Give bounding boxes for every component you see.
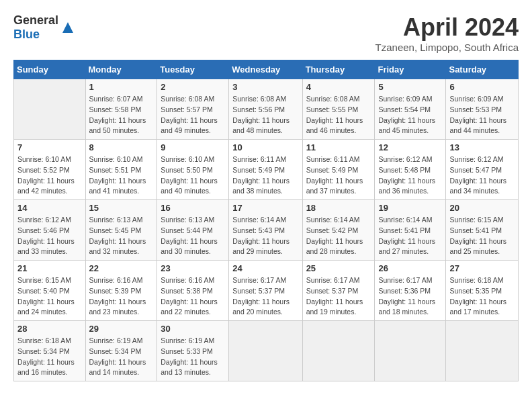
day-info: Sunrise: 6:09 AMSunset: 5:53 PMDaylight:… bbox=[449, 94, 515, 136]
calendar-cell: 1Sunrise: 6:07 AMSunset: 5:58 PMDaylight… bbox=[85, 79, 157, 140]
day-number: 3 bbox=[232, 82, 298, 92]
weekday-header: Wednesday bbox=[229, 60, 302, 79]
calendar-cell: 19Sunrise: 6:14 AMSunset: 5:41 PMDayligh… bbox=[375, 200, 446, 261]
day-number: 9 bbox=[161, 142, 225, 152]
weekday-header: Tuesday bbox=[157, 60, 229, 79]
day-info: Sunrise: 6:11 AMSunset: 5:49 PMDaylight:… bbox=[306, 154, 371, 197]
logo-general: General bbox=[13, 13, 58, 27]
calendar-cell: 3Sunrise: 6:08 AMSunset: 5:56 PMDaylight… bbox=[229, 79, 302, 140]
day-number: 18 bbox=[306, 203, 371, 213]
day-number: 13 bbox=[449, 142, 515, 152]
calendar-cell: 22Sunrise: 6:16 AMSunset: 5:39 PMDayligh… bbox=[85, 261, 157, 321]
day-number: 12 bbox=[378, 142, 442, 152]
page-header: General Blue April 2024 Tzaneen, Limpopo… bbox=[13, 13, 519, 53]
weekday-header: Thursday bbox=[302, 60, 375, 79]
svg-marker-0 bbox=[62, 22, 73, 33]
calendar-cell: 7Sunrise: 6:10 AMSunset: 5:52 PMDaylight… bbox=[14, 140, 86, 200]
calendar-cell bbox=[229, 321, 302, 381]
day-info: Sunrise: 6:17 AMSunset: 5:37 PMDaylight:… bbox=[306, 275, 371, 318]
calendar-cell bbox=[302, 321, 375, 381]
day-number: 21 bbox=[17, 263, 82, 273]
day-number: 29 bbox=[89, 324, 154, 334]
day-info: Sunrise: 6:17 AMSunset: 5:36 PMDaylight:… bbox=[378, 275, 442, 318]
day-info: Sunrise: 6:16 AMSunset: 5:39 PMDaylight:… bbox=[89, 275, 154, 318]
calendar-body: 1Sunrise: 6:07 AMSunset: 5:58 PMDaylight… bbox=[14, 79, 519, 381]
calendar-cell: 20Sunrise: 6:15 AMSunset: 5:41 PMDayligh… bbox=[446, 200, 519, 261]
calendar-week-row: 1Sunrise: 6:07 AMSunset: 5:58 PMDaylight… bbox=[14, 79, 519, 140]
day-number: 27 bbox=[449, 263, 515, 273]
day-number: 15 bbox=[89, 203, 154, 213]
calendar-week-row: 28Sunrise: 6:18 AMSunset: 5:34 PMDayligh… bbox=[14, 321, 519, 381]
calendar-cell: 4Sunrise: 6:08 AMSunset: 5:55 PMDaylight… bbox=[302, 79, 375, 140]
day-number: 26 bbox=[378, 263, 442, 273]
day-number: 4 bbox=[306, 82, 371, 92]
calendar-cell: 9Sunrise: 6:10 AMSunset: 5:50 PMDaylight… bbox=[157, 140, 229, 200]
day-info: Sunrise: 6:12 AMSunset: 5:47 PMDaylight:… bbox=[449, 154, 515, 197]
calendar-cell: 8Sunrise: 6:10 AMSunset: 5:51 PMDaylight… bbox=[85, 140, 157, 200]
calendar-cell: 24Sunrise: 6:17 AMSunset: 5:37 PMDayligh… bbox=[229, 261, 302, 321]
calendar-week-row: 21Sunrise: 6:15 AMSunset: 5:40 PMDayligh… bbox=[14, 261, 519, 321]
day-info: Sunrise: 6:11 AMSunset: 5:49 PMDaylight:… bbox=[232, 154, 298, 197]
calendar-cell: 6Sunrise: 6:09 AMSunset: 5:53 PMDaylight… bbox=[446, 79, 519, 140]
day-info: Sunrise: 6:13 AMSunset: 5:45 PMDaylight:… bbox=[89, 215, 154, 257]
calendar-cell: 12Sunrise: 6:12 AMSunset: 5:48 PMDayligh… bbox=[375, 140, 446, 200]
day-number: 2 bbox=[161, 82, 225, 92]
day-number: 28 bbox=[17, 324, 82, 334]
weekday-header: Sunday bbox=[14, 60, 86, 79]
day-number: 10 bbox=[232, 142, 298, 152]
day-number: 7 bbox=[17, 142, 82, 152]
calendar-cell: 26Sunrise: 6:17 AMSunset: 5:36 PMDayligh… bbox=[375, 261, 446, 321]
day-info: Sunrise: 6:15 AMSunset: 5:41 PMDaylight:… bbox=[449, 215, 515, 257]
day-number: 5 bbox=[378, 82, 442, 92]
calendar-cell: 21Sunrise: 6:15 AMSunset: 5:40 PMDayligh… bbox=[14, 261, 86, 321]
day-info: Sunrise: 6:12 AMSunset: 5:46 PMDaylight:… bbox=[17, 215, 82, 257]
day-info: Sunrise: 6:08 AMSunset: 5:57 PMDaylight:… bbox=[161, 94, 225, 136]
day-info: Sunrise: 6:14 AMSunset: 5:41 PMDaylight:… bbox=[378, 215, 442, 257]
calendar-cell bbox=[375, 321, 446, 381]
logo-text: General Blue bbox=[13, 13, 58, 42]
calendar-cell: 28Sunrise: 6:18 AMSunset: 5:34 PMDayligh… bbox=[14, 321, 86, 381]
day-info: Sunrise: 6:13 AMSunset: 5:44 PMDaylight:… bbox=[161, 215, 225, 257]
day-info: Sunrise: 6:07 AMSunset: 5:58 PMDaylight:… bbox=[89, 94, 154, 136]
title-block: April 2024 Tzaneen, Limpopo, South Afric… bbox=[375, 13, 519, 53]
day-info: Sunrise: 6:08 AMSunset: 5:56 PMDaylight:… bbox=[232, 94, 298, 136]
day-number: 30 bbox=[161, 324, 225, 334]
calendar-cell: 13Sunrise: 6:12 AMSunset: 5:47 PMDayligh… bbox=[446, 140, 519, 200]
weekday-header: Saturday bbox=[446, 60, 519, 79]
calendar-cell: 10Sunrise: 6:11 AMSunset: 5:49 PMDayligh… bbox=[229, 140, 302, 200]
day-number: 6 bbox=[449, 82, 515, 92]
calendar-cell: 17Sunrise: 6:14 AMSunset: 5:43 PMDayligh… bbox=[229, 200, 302, 261]
calendar-table: SundayMondayTuesdayWednesdayThursdayFrid… bbox=[13, 60, 519, 381]
calendar-cell: 30Sunrise: 6:19 AMSunset: 5:33 PMDayligh… bbox=[157, 321, 229, 381]
day-number: 14 bbox=[17, 203, 82, 213]
logo-blue: Blue bbox=[13, 28, 40, 41]
calendar-week-row: 14Sunrise: 6:12 AMSunset: 5:46 PMDayligh… bbox=[14, 200, 519, 261]
day-info: Sunrise: 6:10 AMSunset: 5:52 PMDaylight:… bbox=[17, 154, 82, 197]
day-number: 23 bbox=[161, 263, 225, 273]
day-info: Sunrise: 6:14 AMSunset: 5:42 PMDaylight:… bbox=[306, 215, 371, 257]
day-number: 16 bbox=[161, 203, 225, 213]
day-number: 24 bbox=[232, 263, 298, 273]
calendar-cell bbox=[446, 321, 519, 381]
day-info: Sunrise: 6:19 AMSunset: 5:34 PMDaylight:… bbox=[89, 336, 154, 378]
day-info: Sunrise: 6:12 AMSunset: 5:48 PMDaylight:… bbox=[378, 154, 442, 197]
day-number: 1 bbox=[89, 82, 154, 92]
day-number: 25 bbox=[306, 263, 371, 273]
weekday-row: SundayMondayTuesdayWednesdayThursdayFrid… bbox=[14, 60, 519, 79]
calendar-header: SundayMondayTuesdayWednesdayThursdayFrid… bbox=[14, 60, 519, 79]
day-number: 19 bbox=[378, 203, 442, 213]
calendar-cell: 16Sunrise: 6:13 AMSunset: 5:44 PMDayligh… bbox=[157, 200, 229, 261]
calendar-cell: 23Sunrise: 6:16 AMSunset: 5:38 PMDayligh… bbox=[157, 261, 229, 321]
day-info: Sunrise: 6:16 AMSunset: 5:38 PMDaylight:… bbox=[161, 275, 225, 318]
calendar-cell: 29Sunrise: 6:19 AMSunset: 5:34 PMDayligh… bbox=[85, 321, 157, 381]
day-info: Sunrise: 6:14 AMSunset: 5:43 PMDaylight:… bbox=[232, 215, 298, 257]
day-info: Sunrise: 6:09 AMSunset: 5:54 PMDaylight:… bbox=[378, 94, 442, 136]
calendar-cell: 11Sunrise: 6:11 AMSunset: 5:49 PMDayligh… bbox=[302, 140, 375, 200]
day-info: Sunrise: 6:17 AMSunset: 5:37 PMDaylight:… bbox=[232, 275, 298, 318]
logo: General Blue bbox=[13, 13, 76, 42]
calendar-cell: 27Sunrise: 6:18 AMSunset: 5:35 PMDayligh… bbox=[446, 261, 519, 321]
calendar-cell bbox=[14, 79, 86, 140]
day-number: 17 bbox=[232, 203, 298, 213]
day-number: 20 bbox=[449, 203, 515, 213]
calendar-cell: 18Sunrise: 6:14 AMSunset: 5:42 PMDayligh… bbox=[302, 200, 375, 261]
